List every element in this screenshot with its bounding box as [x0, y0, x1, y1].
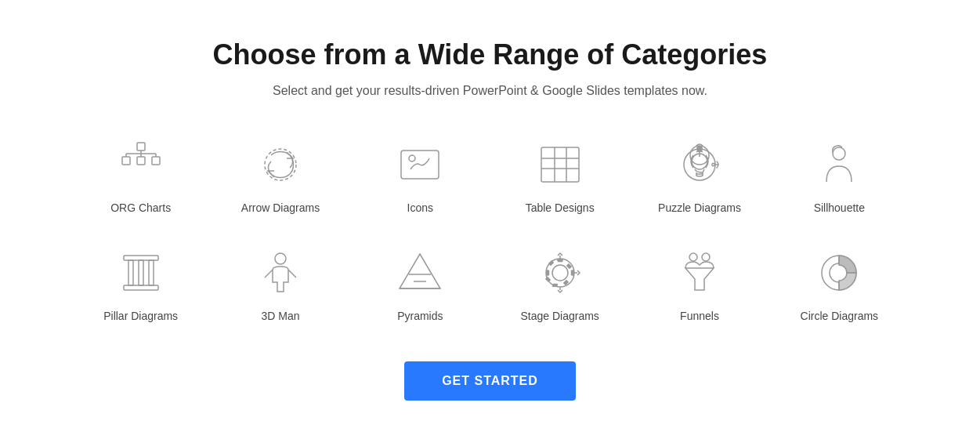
subtitle: Select and get your results-driven Power… — [75, 84, 906, 98]
stage-diagrams-icon — [533, 245, 588, 300]
category-pyramids[interactable]: Pyramids — [354, 238, 486, 330]
pillar-diagrams-icon — [114, 245, 168, 300]
pyramids-icon — [392, 245, 447, 300]
category-puzzle-diagrams[interactable]: Puzzle Diagrams — [634, 129, 765, 222]
table-designs-icon — [533, 137, 588, 192]
arrow-diagrams-icon — [253, 137, 308, 192]
funnels-label: Funnels — [680, 310, 719, 322]
svg-marker-33 — [400, 254, 440, 288]
3d-man-icon — [253, 245, 308, 300]
category-pillar-diagrams[interactable]: Pillar Diagrams — [75, 238, 207, 330]
svg-rect-2 — [137, 157, 145, 165]
circle-diagrams-label: Circle Diagrams — [801, 310, 879, 322]
svg-rect-1 — [122, 157, 130, 165]
icons-icon — [392, 137, 447, 192]
category-3d-man[interactable]: 3D Man — [215, 238, 346, 330]
org-charts-icon — [114, 137, 168, 192]
page-container: Choose from a Wide Range of Categories S… — [60, 7, 921, 432]
pyramids-label: Pyramids — [397, 310, 443, 322]
category-funnels[interactable]: Funnels — [634, 238, 765, 330]
arrow-diagrams-label: Arrow Diagrams — [241, 201, 320, 214]
svg-rect-12 — [541, 147, 579, 182]
category-arrow-diagrams[interactable]: Arrow Diagrams — [215, 129, 346, 222]
3d-man-label: 3D Man — [261, 310, 299, 322]
svg-line-32 — [288, 270, 296, 278]
icons-label: Icons — [407, 201, 433, 214]
sillhouette-icon — [812, 137, 866, 192]
svg-point-39 — [689, 253, 697, 261]
circle-diagrams-icon — [812, 245, 866, 300]
svg-rect-0 — [137, 143, 145, 151]
funnels-icon — [672, 245, 727, 300]
category-table-designs[interactable]: Table Designs — [494, 129, 625, 222]
get-started-button[interactable]: GET STARTED — [404, 361, 576, 401]
category-stage-diagrams[interactable]: Stage Diagrams — [494, 238, 625, 330]
svg-point-30 — [275, 253, 286, 264]
main-title: Choose from a Wide Range of Categories — [75, 38, 906, 71]
puzzle-diagrams-icon — [672, 137, 727, 192]
table-designs-label: Table Designs — [526, 201, 595, 214]
pillar-diagrams-label: Pillar Diagrams — [103, 310, 178, 322]
svg-rect-25 — [124, 256, 158, 260]
org-charts-label: ORG Charts — [110, 201, 171, 214]
svg-rect-26 — [124, 285, 158, 290]
categories-grid: ORG Charts Arrow Diagrams — [75, 129, 906, 330]
puzzle-diagrams-label: Puzzle Diagrams — [658, 201, 741, 214]
category-circle-diagrams[interactable]: Circle Diagrams — [773, 238, 905, 330]
stage-diagrams-label: Stage Diagrams — [520, 310, 598, 322]
svg-point-11 — [409, 155, 415, 161]
svg-rect-28 — [139, 260, 143, 285]
svg-line-31 — [265, 270, 273, 278]
svg-point-24 — [833, 147, 845, 160]
svg-point-40 — [702, 253, 710, 261]
svg-rect-3 — [152, 157, 160, 165]
category-icons[interactable]: Icons — [354, 129, 486, 222]
sillhouette-label: Sillhouette — [814, 201, 865, 214]
svg-point-38 — [552, 265, 568, 281]
svg-rect-27 — [128, 260, 133, 285]
category-org-charts[interactable]: ORG Charts — [75, 129, 207, 222]
category-sillhouette[interactable]: Sillhouette — [773, 129, 905, 222]
svg-rect-29 — [149, 260, 154, 285]
